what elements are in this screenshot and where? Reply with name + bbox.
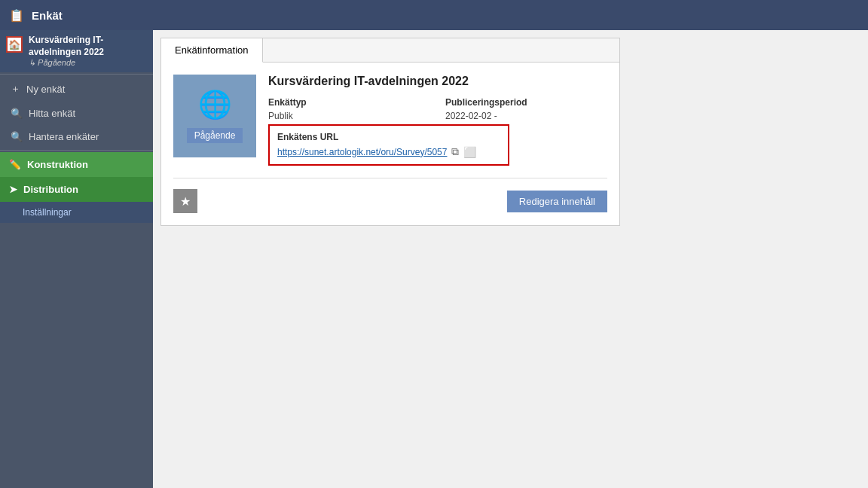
survey-info-block: 🌐 Pågående Kursvärdering IT-avdelningen … — [173, 75, 607, 166]
enkat-icon: 📋 — [9, 8, 24, 23]
sidebar-item-hitta-enkat[interactable]: 🔍 Hitta enkät — [0, 102, 153, 125]
sidebar-item-hantera-enkater[interactable]: 🔍 Hantera enkäter — [0, 125, 153, 148]
survey-details: Kursvärdering IT-avdelningen 2022 Enkätt… — [268, 75, 607, 166]
url-label: Enkätens URL — [277, 132, 500, 142]
period-value: 2022-02-02 - — [445, 111, 607, 121]
survey-name-info: Kursvärdering IT-avdelningen 2022 ↳ Pågå… — [29, 35, 147, 68]
sidebar-survey-block[interactable]: 🏠 Kursvärdering IT-avdelningen 2022 ↳ På… — [0, 30, 153, 72]
arrow-icon: ➤ — [9, 184, 17, 195]
globe-icon: 🌐 — [198, 89, 232, 120]
tab-enkatinformation[interactable]: Enkätinformation — [161, 38, 263, 63]
survey-title: Kursvärdering IT-avdelningen 2022 — [268, 75, 607, 88]
sidebar-divider-2 — [0, 150, 153, 151]
external-link-icon[interactable]: ⬜ — [463, 146, 476, 158]
home-icon: 🏠 — [6, 36, 23, 53]
content-panel: Enkätinformation 🌐 Pågående Kursvärderin… — [160, 38, 620, 226]
sidebar-item-distribution[interactable]: ➤ Distribution — [0, 177, 153, 202]
type-label: Enkättyp — [268, 97, 430, 108]
top-header: 📋 Enkät — [0, 0, 868, 30]
panel-divider — [173, 178, 607, 178]
sidebar-item-ny-enkat[interactable]: ＋ Ny enkät — [0, 76, 153, 102]
search-icon-hantera: 🔍 — [11, 131, 23, 142]
details-grid: Enkättyp Publiceringsperiod Publik 2022-… — [268, 97, 607, 121]
type-value: Publik — [268, 111, 430, 121]
star-button[interactable]: ★ — [173, 189, 197, 213]
plus-icon: ＋ — [11, 82, 20, 96]
sidebar-divider-1 — [0, 74, 153, 75]
status-badge: Pågående — [187, 128, 243, 143]
content-area: Enkätinformation 🌐 Pågående Kursvärderin… — [153, 30, 868, 488]
pencil-icon: ✏️ — [9, 159, 21, 170]
bottom-bar: ★ Redigera innehåll — [173, 189, 607, 213]
edit-content-button[interactable]: Redigera innehåll — [507, 191, 607, 212]
app-title: Enkät — [32, 9, 63, 22]
survey-image-box: 🌐 Pågående — [173, 75, 256, 157]
sidebar-item-konstruktion[interactable]: ✏️ Konstruktion — [0, 152, 153, 177]
period-label: Publiceringsperiod — [445, 97, 607, 108]
tabs-bar: Enkätinformation — [161, 38, 619, 63]
url-box: Enkätens URL https://sunet.artologik.net… — [268, 124, 509, 166]
search-icon-hitta: 🔍 — [11, 108, 23, 119]
survey-status-sidebar: ↳ Pågående — [29, 58, 147, 68]
copy-icon[interactable]: ⧉ — [451, 145, 459, 158]
survey-name: Kursvärdering IT-avdelningen 2022 — [29, 35, 147, 58]
sidebar: 🏠 Kursvärdering IT-avdelningen 2022 ↳ På… — [0, 30, 153, 488]
survey-url-link[interactable]: https://sunet.artologik.net/oru/Survey/5… — [277, 147, 447, 157]
url-link-row: https://sunet.artologik.net/oru/Survey/5… — [277, 145, 500, 158]
panel-content: 🌐 Pågående Kursvärdering IT-avdelningen … — [161, 63, 619, 225]
main-layout: 🏠 Kursvärdering IT-avdelningen 2022 ↳ På… — [0, 30, 868, 488]
sidebar-item-installningar[interactable]: Inställningar — [0, 202, 153, 223]
